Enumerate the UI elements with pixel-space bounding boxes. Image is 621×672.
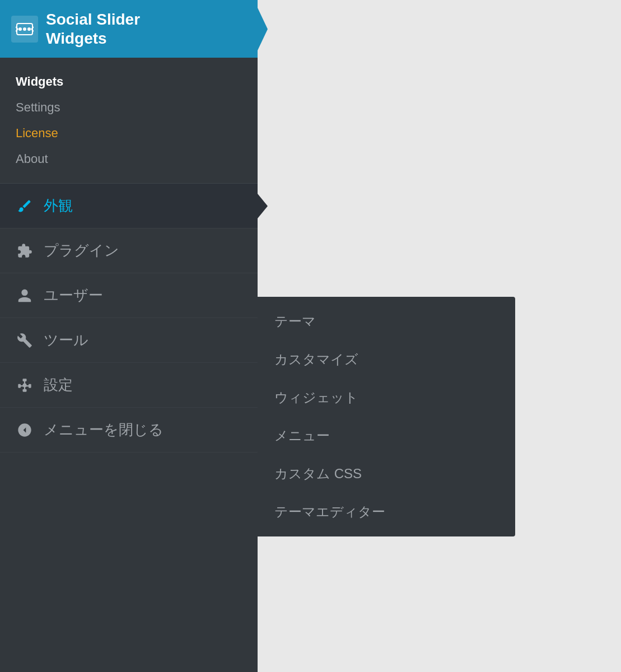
menu-item-license[interactable]: License [16, 120, 258, 146]
svg-point-16 [23, 383, 27, 387]
sidebar: Social Slider Widgets Widgets Settings L… [0, 0, 258, 672]
nav-item-settings[interactable]: 設定 [0, 363, 258, 408]
submenu-item-widgets[interactable]: ウィジェット [258, 379, 515, 417]
submenu-appearance: テーマ カスタマイズ ウィジェット メニュー カスタム CSS テーマエディター [258, 297, 515, 536]
close-menu-icon [16, 421, 34, 439]
plugin-menu: Widgets Settings License About [0, 58, 258, 184]
svg-line-5 [16, 29, 18, 31]
submenu-item-theme-editor[interactable]: テーマエディター [258, 493, 515, 531]
nav-label-settings: 設定 [44, 375, 73, 395]
nav-item-appearance[interactable]: 外観 [0, 184, 258, 228]
menu-item-widgets[interactable]: Widgets [16, 69, 258, 95]
submenu-item-menus[interactable]: メニュー [258, 417, 515, 455]
menu-item-settings[interactable]: Settings [16, 95, 258, 120]
nav-item-users[interactable]: ユーザー [0, 273, 258, 318]
nav-label-close-menu: メニューを閉じる [44, 420, 164, 440]
brush-icon [16, 197, 34, 215]
svg-point-3 [27, 27, 31, 31]
user-icon [16, 287, 34, 305]
nav-label-appearance: 外観 [44, 196, 73, 216]
svg-line-6 [31, 27, 34, 29]
svg-line-7 [31, 29, 34, 31]
nav-label-tools: ツール [44, 330, 88, 350]
nav-label-plugins: プラグイン [44, 241, 119, 260]
submenu-item-theme[interactable]: テーマ [258, 302, 515, 340]
svg-point-2 [23, 27, 26, 31]
nav-label-users: ユーザー [44, 286, 103, 305]
submenu-item-customize[interactable]: カスタマイズ [258, 340, 515, 379]
puzzle-icon [16, 242, 34, 260]
plugin-logo-icon [11, 16, 38, 43]
settings-icon [16, 376, 34, 394]
nav-item-plugins[interactable]: プラグイン [0, 228, 258, 273]
app-title: Social Slider Widgets [46, 10, 140, 48]
submenu-item-custom-css[interactable]: カスタム CSS [258, 455, 515, 493]
menu-item-about[interactable]: About [16, 146, 258, 172]
svg-point-1 [18, 27, 22, 31]
nav-item-tools[interactable]: ツール [0, 318, 258, 363]
tools-icon [16, 332, 34, 349]
nav-item-close-menu[interactable]: メニューを閉じる [0, 408, 258, 452]
sidebar-header: Social Slider Widgets [0, 0, 258, 58]
